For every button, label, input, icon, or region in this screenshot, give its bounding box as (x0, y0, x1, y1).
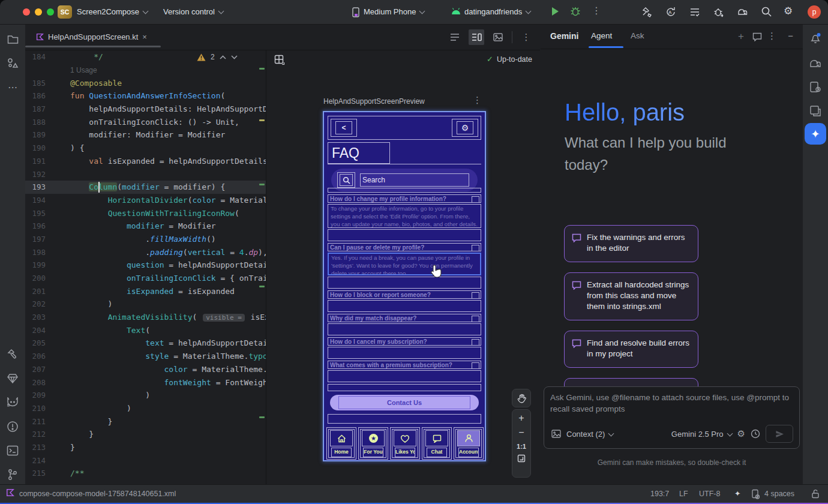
faq-question[interactable]: How do I cancel my subscription? (328, 337, 481, 346)
suggestion-card[interactable]: Find and resolve build errors in my proj… (564, 331, 698, 368)
code-line[interactable]: 206 style = MaterialTheme.typo (25, 350, 266, 363)
code-line[interactable]: 209 ) (25, 389, 266, 402)
preview-name[interactable]: HelpAndSupportScreenPreview (323, 97, 425, 106)
app-quality-insights-icon[interactable] (5, 371, 20, 386)
design-view-button[interactable] (490, 29, 506, 45)
code-line[interactable]: 190) { (25, 142, 266, 155)
faq-question[interactable]: How do I change my profile information? (328, 194, 481, 203)
nav-for-you[interactable]: ★ For You (358, 427, 388, 460)
code-line[interactable]: 196 modifier = Modifier (25, 220, 266, 233)
editor-options-kebab[interactable]: ⋮ (518, 29, 534, 45)
gemini-icon[interactable]: ✦ (805, 123, 826, 145)
gemini-settings-icon[interactable]: ⚙ (737, 428, 745, 439)
run-button[interactable] (550, 6, 560, 17)
history-icon[interactable] (751, 429, 760, 439)
expand-icon[interactable] (472, 362, 479, 370)
line-ending[interactable]: LF (679, 485, 688, 503)
code-line[interactable]: 200 onTrailingIconClick = { onTrai (25, 272, 266, 285)
hide-panel-icon[interactable]: − (788, 31, 793, 41)
model-selector[interactable]: Gemini 2.5 Pro (671, 430, 732, 439)
project-selector[interactable]: Screen2Compose (77, 0, 148, 24)
vcs-widget[interactable]: Version control (163, 0, 223, 24)
nav-likes-you[interactable]: Likes You (390, 427, 420, 460)
search-input[interactable]: Search (360, 173, 469, 187)
window-zoom-button[interactable] (47, 8, 54, 16)
sync-icon[interactable]: A (665, 6, 677, 18)
zoom-actual-button[interactable]: 1:1 (517, 441, 526, 452)
window-close-button[interactable] (23, 8, 30, 16)
caret-position[interactable]: 193:7 (650, 485, 669, 503)
back-button[interactable]: < (331, 119, 357, 137)
layout-inspector-icon[interactable] (808, 104, 823, 118)
task-list-icon[interactable] (689, 6, 701, 18)
code-line[interactable]: 191 val isExpanded = helpAndSupportDetai… (25, 155, 266, 168)
code-line[interactable]: 203 AnimatedVisibility( visible = isExpa… (25, 311, 266, 324)
expand-icon[interactable] (472, 245, 479, 252)
nav-chat[interactable]: Chat (422, 427, 452, 460)
prompt-input[interactable] (549, 391, 794, 424)
unlock-icon[interactable] (811, 489, 820, 504)
code-line[interactable]: 213} (25, 441, 266, 454)
suggestion-card[interactable]: Fix the warnings and errors in the edito… (564, 225, 698, 262)
code-line[interactable]: 210 ) (25, 402, 266, 415)
split-view-button[interactable] (469, 29, 484, 45)
code-line[interactable]: 189 modifier: Modifier = Modifier (25, 128, 266, 142)
code-line[interactable]: 186fun QuestionAndAnswerInfoSection( (25, 89, 266, 103)
code-line[interactable]: 201 isExpanded = isExpanded (25, 284, 266, 298)
phone-preview[interactable]: < ⚙ FAQ Search (323, 111, 486, 461)
code-line[interactable]: 1 Usage (25, 64, 266, 77)
faq-answer-selected[interactable]: Yes. If you need a break, you can pause … (328, 253, 481, 275)
nav-home[interactable]: Home (326, 427, 356, 460)
running-devices-icon[interactable] (808, 80, 823, 94)
code-line[interactable]: 204 Text( (25, 323, 266, 337)
window-minimize-button[interactable] (35, 8, 42, 16)
code-editor[interactable]: 184 */1 Usage185@Composable186fun Questi… (25, 50, 266, 485)
code-line[interactable]: 205 text = helpAndSupportDetai (25, 337, 266, 350)
code-line[interactable]: 199 question = helpAndSupportDetai (25, 259, 266, 272)
expand-icon[interactable] (472, 339, 479, 346)
file-encoding[interactable]: UTF-8 (699, 485, 720, 503)
preview-layout-icon[interactable] (274, 55, 285, 65)
code-line[interactable]: 193 Column(modifier = modifier) { (25, 181, 266, 194)
code-line[interactable]: 197 .fillMaxWidth() (25, 233, 266, 246)
profiler-icon[interactable] (713, 6, 725, 18)
search-icon[interactable] (761, 6, 772, 17)
code-line[interactable]: 185@Composable (25, 76, 266, 89)
attach-image-icon[interactable] (551, 430, 561, 438)
notifications-icon[interactable] (808, 31, 823, 46)
settings-button[interactable]: ⚙ (452, 119, 478, 137)
expand-icon[interactable] (472, 196, 479, 203)
faq-question[interactable]: How do I block or report someone? (328, 290, 481, 299)
pan-button[interactable] (512, 389, 531, 407)
code-line[interactable]: 188 onTrailingIconClick: () -> Unit, (25, 115, 266, 128)
project-folder-icon[interactable] (5, 32, 20, 46)
problems-icon[interactable] (5, 419, 20, 434)
user-avatar[interactable]: p (808, 5, 821, 19)
panel-options-kebab[interactable]: ⋮ (767, 31, 776, 41)
code-line[interactable]: 214 (25, 454, 266, 467)
gradle-icon[interactable] (808, 56, 823, 70)
device-selector[interactable]: Medium Phone (364, 0, 424, 24)
code-line[interactable]: 198 .padding(vertical = 4.dp), (25, 245, 266, 259)
zoom-in-button[interactable]: + (518, 412, 524, 424)
terminal-icon[interactable] (5, 443, 20, 458)
next-problem-icon[interactable] (231, 55, 238, 59)
preview-kebab[interactable]: ⋮ (473, 95, 482, 106)
gradle-sync-icon[interactable] (737, 6, 749, 18)
more-tool-windows-icon[interactable]: ⋯ (5, 80, 20, 94)
code-line[interactable]: 211 } (25, 415, 266, 428)
inspection-widget[interactable]: 2 (197, 53, 238, 61)
code-line[interactable]: 192 (25, 167, 266, 181)
code-line[interactable]: 194 HorizontalDivider(color = Material (25, 194, 266, 207)
run-configuration-selector[interactable]: datingandfriends (464, 0, 530, 24)
code-line[interactable]: 207 color = MaterialTheme. (25, 363, 266, 376)
version-control-icon[interactable] (5, 467, 20, 482)
nav-account[interactable]: Account (454, 427, 484, 460)
code-line[interactable]: 215/** (25, 467, 266, 480)
code-line[interactable]: 202 ) (25, 298, 266, 311)
faq-question[interactable]: Why did my match disappear? (328, 314, 481, 322)
build-icon[interactable] (641, 6, 653, 18)
indent-setting[interactable]: 4 spaces (764, 485, 794, 503)
prompt-input-box[interactable]: Context (2) Gemini 2.5 Pro ⚙ (544, 386, 800, 449)
chat-history-icon[interactable] (752, 32, 762, 41)
